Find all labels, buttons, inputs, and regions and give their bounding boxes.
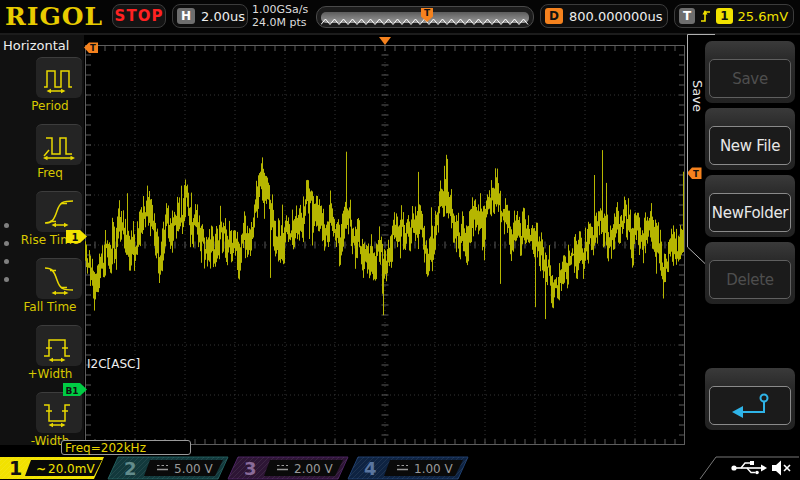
save-button-label: Save xyxy=(709,59,791,98)
oscilloscope-screen: RIGOL STOP H 2.00us 1.00GSa/s 24.0M pts … xyxy=(0,0,800,480)
channel2-number: 2 xyxy=(124,458,137,479)
fall-time-button[interactable] xyxy=(36,258,82,299)
rise-time-icon xyxy=(41,196,77,228)
trigger-source-chip: 1 xyxy=(716,8,732,24)
svg-text:T: T xyxy=(90,43,96,53)
menu-scroll-dot xyxy=(4,259,9,264)
freq-counter: Freq=202kHz xyxy=(61,440,191,455)
new-file-button-label: New File xyxy=(709,126,791,165)
minus-width-button[interactable] xyxy=(36,392,82,433)
timebase-value: 2.00us xyxy=(201,9,245,24)
plus-width-icon xyxy=(41,330,77,362)
freq-button[interactable] xyxy=(36,124,82,165)
menu-scroll-dot xyxy=(4,223,9,228)
trigger-position-offscreen-marker[interactable]: T xyxy=(84,42,99,54)
channel3-number: 3 xyxy=(244,458,257,479)
svg-text:B1: B1 xyxy=(66,386,79,396)
trigger-level-value: 25.6mV xyxy=(738,9,789,24)
channel1-status[interactable]: 1 ~ 20.0mV xyxy=(0,457,104,479)
delete-button-label: Delete xyxy=(709,260,791,299)
channel-status-bar: 1 ~ 20.0mV 2 5.00 V 3 2.00 V xyxy=(0,456,800,480)
delay-value: 800.000000us xyxy=(569,9,663,24)
channel4-number: 4 xyxy=(364,458,377,479)
channel2-scale: 5.00 V xyxy=(174,462,214,476)
minus-width-icon xyxy=(41,397,77,429)
new-file-button[interactable]: New File xyxy=(705,108,795,170)
waveform-preview-bar[interactable]: T xyxy=(316,6,534,28)
run-state-label: STOP xyxy=(115,7,164,25)
back-button[interactable] xyxy=(705,368,795,430)
run-state-indicator: STOP xyxy=(112,4,166,28)
plus-width-button[interactable] xyxy=(36,325,82,366)
menu-scroll-dot xyxy=(4,241,9,246)
graticule-grid xyxy=(85,45,685,445)
channel4-scale: 1.00 V xyxy=(414,462,454,476)
freq-label: Freq xyxy=(8,166,92,180)
speaker-muted-icon xyxy=(772,461,790,476)
period-label: Period xyxy=(8,99,92,113)
period-icon xyxy=(41,62,77,94)
horizontal-reference-marker xyxy=(379,37,391,46)
top-status-bar: RIGOL STOP H 2.00us 1.00GSa/s 24.0M pts … xyxy=(0,0,800,35)
save-menu-tab: Save xyxy=(690,80,705,112)
menu-scroll-dot xyxy=(4,277,9,282)
rigol-logo: RIGOL xyxy=(5,2,103,31)
fall-time-icon xyxy=(41,263,77,295)
new-folder-button[interactable]: NewFolder xyxy=(705,175,795,237)
bus-decode-label: I2C[ASC] xyxy=(87,357,140,371)
channel3-status[interactable]: 3 2.00 V xyxy=(228,457,348,479)
trigger-chip: T xyxy=(679,8,695,24)
channel1-scale: 20.0mV xyxy=(48,462,95,476)
usb-icon xyxy=(731,461,767,474)
save-button: Save xyxy=(705,41,795,103)
memory-depth: 24.0M pts xyxy=(252,16,308,29)
rise-time-button[interactable] xyxy=(36,191,82,232)
bus1-marker[interactable]: B1 xyxy=(63,383,87,396)
channel2-status[interactable]: 2 5.00 V xyxy=(108,457,228,479)
new-folder-button-label: NewFolder xyxy=(709,193,791,232)
preview-track: T xyxy=(321,12,529,23)
delay-chip: D xyxy=(545,8,563,24)
timebase-box[interactable]: H 2.00us xyxy=(172,4,248,28)
svg-text:1: 1 xyxy=(72,232,79,243)
left-menu-title: Horizontal xyxy=(3,38,69,53)
plus-width-label: +Width xyxy=(8,367,92,381)
period-button[interactable] xyxy=(36,57,82,98)
channel4-status[interactable]: 4 1.00 V xyxy=(348,457,468,479)
acquisition-info: 1.00GSa/s 24.0M pts xyxy=(252,3,308,29)
system-status-area xyxy=(700,457,799,479)
channel1-reference-marker[interactable]: 1 xyxy=(66,230,87,243)
rising-edge-icon xyxy=(699,8,712,24)
ac-coupling-icon: ~ xyxy=(36,462,46,476)
trigger-box[interactable]: T 1 25.6mV xyxy=(674,4,794,28)
channel1-number: 1 xyxy=(9,457,22,479)
freq-icon xyxy=(41,129,77,161)
delay-box[interactable]: D 800.000000us xyxy=(540,4,668,28)
delete-button: Delete xyxy=(705,242,795,304)
channel3-scale: 2.00 V xyxy=(294,462,334,476)
sample-rate: 1.00GSa/s xyxy=(252,3,308,16)
fall-time-label: Fall Time xyxy=(8,300,92,314)
timebase-chip: H xyxy=(177,8,195,24)
return-arrow-icon xyxy=(726,391,774,421)
